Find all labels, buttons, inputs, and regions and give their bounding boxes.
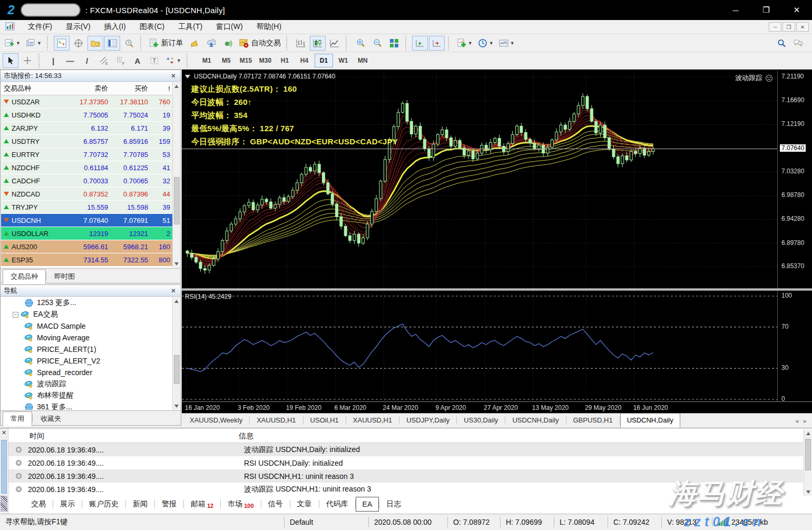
vertical-line-button[interactable]: | <box>45 53 61 68</box>
restore-button[interactable]: ❐ <box>751 0 781 20</box>
new-chart-button[interactable]: ▼ <box>3 36 23 51</box>
menu-item[interactable]: 工具(T) <box>171 20 209 34</box>
timeframe-mn[interactable]: MN <box>354 54 372 67</box>
crosshair-button[interactable] <box>19 53 35 68</box>
timeframe-m15[interactable]: M15 <box>237 54 255 67</box>
terminal-tab-3[interactable]: 新闻 <box>126 496 154 512</box>
close-button[interactable]: ✕ <box>781 0 812 20</box>
timeframe-h1[interactable]: H1 <box>276 54 294 67</box>
market-row-nzdchf[interactable]: NZDCHF0.611840.6122541 <box>1 161 172 174</box>
fibonacci-button[interactable]: F <box>113 53 129 68</box>
nav-item-0[interactable]: 1253 更多... <box>1 297 172 309</box>
chart-tab-scroll[interactable]: ◂▸ <box>795 417 812 428</box>
timeframe-m30[interactable]: M30 <box>256 54 275 67</box>
market-watch-header[interactable]: 市场报价: 14:56:33 ✕ <box>1 70 181 82</box>
chart-tab-5[interactable]: US30,Daily <box>457 413 505 428</box>
market-watch-tab-0[interactable]: 交易品种 <box>3 269 46 284</box>
timeframe-d1[interactable]: D1 <box>315 54 333 67</box>
rsi-pane[interactable]: RSI(14) 45.2429 10070300 <box>182 291 812 401</box>
market-row-usdhkd[interactable]: USDHKD7.750057.7502419 <box>1 109 172 122</box>
mql5-community-button[interactable] <box>203 36 219 51</box>
search-icon[interactable] <box>774 36 789 51</box>
chart-tab-7[interactable]: GBPUSD,H1 <box>566 413 620 428</box>
trendline-button[interactable]: / <box>79 53 95 68</box>
nav-item-1[interactable]: −EA交易 <box>1 309 172 320</box>
menu-item[interactable]: 窗口(W) <box>209 20 250 34</box>
menu-item[interactable]: 文件(F) <box>21 20 59 34</box>
chart-tab-6[interactable]: USDCNH,Daily <box>505 413 565 428</box>
terminal-grip[interactable] <box>1 440 7 494</box>
market-watch-tab-1[interactable]: 即时图 <box>46 269 83 284</box>
timeframe-m1[interactable]: M1 <box>198 54 216 67</box>
menu-item[interactable]: 帮助(H) <box>250 20 288 34</box>
bar-chart-type-button[interactable] <box>293 36 309 51</box>
tile-windows-button[interactable] <box>386 36 402 51</box>
terminal-tab-11[interactable]: 日志 <box>379 496 408 512</box>
autotrade-button[interactable]: 自动交易 <box>237 36 283 51</box>
price-pane[interactable]: USDCNH,Daily 7.07172 7.08746 7.06151 7.0… <box>182 71 812 289</box>
close-icon[interactable]: ✕ <box>0 428 8 437</box>
chart-window[interactable]: USDCNH,Daily 7.07172 7.08746 7.06151 7.0… <box>182 70 812 428</box>
text-label-button[interactable]: T <box>146 53 162 68</box>
market-row-usdollar[interactable]: USDOLLAR12319123212 <box>1 227 172 240</box>
profiles-button[interactable]: ▼ <box>24 36 44 51</box>
periods-button[interactable]: ▼ <box>476 36 496 51</box>
chart-shift-button[interactable] <box>429 36 445 51</box>
auto-scroll-button[interactable] <box>412 36 428 51</box>
column-ask[interactable]: 买价 <box>111 84 151 93</box>
timeframe-m5[interactable]: M5 <box>217 54 236 67</box>
close-icon[interactable]: ✕ <box>169 287 178 295</box>
nav-item-5[interactable]: PRICE_ALERT_V2 <box>1 355 172 367</box>
chart-tab-3[interactable]: XAUUSD,H1 <box>346 413 399 428</box>
arrows-button[interactable]: ▼ <box>163 53 183 68</box>
nav-item-3[interactable]: Moving Average <box>1 332 172 343</box>
market-watch-toggle[interactable] <box>54 36 70 51</box>
new-order-button[interactable]: 新订单 <box>147 36 185 51</box>
nav-item-9[interactable]: 361 更多... <box>1 401 172 410</box>
market-watch-scrollbar[interactable] <box>172 82 180 268</box>
terminal-tab-7[interactable]: 信号 <box>261 496 290 512</box>
market-row-aus200[interactable]: AUS2005966.615968.21160 <box>1 240 172 253</box>
market-row-esp35[interactable]: ESP357314.557322.55800 <box>1 253 172 267</box>
terminal-toggle[interactable] <box>104 36 120 51</box>
status-profile[interactable]: Default <box>284 517 368 527</box>
market-row-zarjpy[interactable]: ZARJPY6.1326.17139 <box>1 122 172 135</box>
text-button[interactable]: A <box>130 53 145 68</box>
nav-item-8[interactable]: 布林带提醒 <box>1 390 172 401</box>
terminal-tab-2[interactable]: 账户历史 <box>82 496 125 512</box>
market-row-usdzar[interactable]: USDZAR17.3735017.38110760 <box>1 95 172 109</box>
alerts-button[interactable] <box>187 36 202 51</box>
timeframe-h4[interactable]: H4 <box>295 54 314 67</box>
market-row-usdcnh[interactable]: USDCNH7.076407.0769151 <box>1 214 172 227</box>
chart-tab-4[interactable]: USDJPY,Daily <box>399 413 456 428</box>
child-close-button[interactable]: ✕ <box>796 22 809 32</box>
channel-button[interactable]: E <box>96 53 112 68</box>
terminal-log-row[interactable]: 2020.06.18 19:36:49....波动跟踪 USDCNH,Daily… <box>8 443 803 456</box>
market-row-usdtry[interactable]: USDTRY6.857576.85916159 <box>1 135 172 148</box>
signals-button[interactable] <box>220 36 236 51</box>
horizontal-line-button[interactable]: — <box>62 53 78 68</box>
child-restore-button[interactable]: ❐ <box>782 22 795 32</box>
collapse-icon[interactable] <box>185 75 190 78</box>
chart-tab-1[interactable]: XAUUSD,H1 <box>250 413 302 428</box>
market-row-nzdcad[interactable]: NZDCAD0.873520.8739644 <box>1 188 172 201</box>
chevron-right-icon[interactable]: ▸ <box>804 417 807 425</box>
navigator-scrollbar[interactable] <box>172 297 180 410</box>
market-row-eurtry[interactable]: EURTRY7.707327.7078553 <box>1 148 172 161</box>
column-bid[interactable]: 卖价 <box>65 84 112 93</box>
nav-item-4[interactable]: PRICE_ALERT(1) <box>1 343 172 355</box>
line-chart-type-button[interactable] <box>327 36 343 51</box>
navigator-toggle[interactable] <box>87 36 103 51</box>
chat-icon[interactable] <box>790 36 806 51</box>
terminal-tab-0[interactable]: 交易 <box>24 496 53 512</box>
column-spread[interactable]: ! <box>151 85 172 93</box>
market-row-tryjpy[interactable]: TRYJPY15.55915.59839 <box>1 201 172 214</box>
minimize-button[interactable]: ─ <box>720 0 751 20</box>
indicators-button[interactable]: ▼ <box>455 36 475 51</box>
zoom-out-button[interactable] <box>369 36 385 51</box>
menu-item[interactable]: 显示(V) <box>59 20 97 34</box>
cursor-button[interactable] <box>3 53 18 68</box>
timeframe-w1[interactable]: W1 <box>334 54 353 67</box>
navigator-tab-1[interactable]: 收藏夹 <box>33 411 69 426</box>
terminal-tab-6[interactable]: 市场100 <box>221 496 260 512</box>
